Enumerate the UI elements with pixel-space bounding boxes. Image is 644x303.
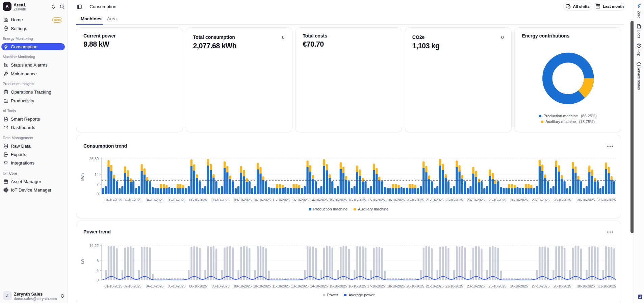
svg-text:25.39: 25.39 bbox=[89, 157, 99, 161]
svg-text:8: 8 bbox=[97, 259, 99, 263]
svg-text:02-10-2025: 02-10-2025 bbox=[124, 198, 141, 202]
svg-text:14: 14 bbox=[95, 173, 99, 177]
svg-text:28-10-2025: 28-10-2025 bbox=[553, 284, 571, 288]
svg-text:0: 0 bbox=[97, 192, 99, 196]
svg-text:23-10-2025: 23-10-2025 bbox=[467, 284, 485, 288]
svg-text:kWh: kWh bbox=[80, 173, 84, 181]
svg-text:13-10-2025: 13-10-2025 bbox=[291, 284, 309, 288]
svg-text:05-10-2025: 05-10-2025 bbox=[168, 198, 185, 202]
svg-text:22-10-2025: 22-10-2025 bbox=[445, 198, 463, 202]
svg-text:30-10-2025: 30-10-2025 bbox=[577, 198, 595, 202]
svg-text:31-10-2025: 31-10-2025 bbox=[598, 284, 616, 288]
svg-text:14.22: 14.22 bbox=[89, 244, 99, 248]
svg-text:20-10-2025: 20-10-2025 bbox=[406, 284, 424, 288]
svg-text:18-10-2025: 18-10-2025 bbox=[387, 284, 405, 288]
svg-text:25-10-2025: 25-10-2025 bbox=[489, 198, 506, 202]
svg-text:06-10-2025: 06-10-2025 bbox=[189, 284, 207, 288]
svg-text:23-10-2025: 23-10-2025 bbox=[467, 198, 485, 202]
svg-text:15-10-2025: 15-10-2025 bbox=[329, 284, 347, 288]
svg-text:21-10-2025: 21-10-2025 bbox=[426, 284, 443, 288]
svg-text:31-10-2025: 31-10-2025 bbox=[598, 198, 616, 202]
svg-text:17-10-2025: 17-10-2025 bbox=[367, 284, 385, 288]
svg-text:26-10-2025: 26-10-2025 bbox=[510, 284, 528, 288]
svg-text:05-10-2025: 05-10-2025 bbox=[168, 284, 185, 288]
svg-text:09-10-2025: 09-10-2025 bbox=[234, 198, 252, 202]
svg-text:08-10-2025: 08-10-2025 bbox=[212, 198, 229, 202]
svg-text:01-10-2025: 01-10-2025 bbox=[104, 198, 122, 202]
svg-text:30-10-2025: 30-10-2025 bbox=[577, 284, 595, 288]
svg-text:25-10-2025: 25-10-2025 bbox=[489, 284, 506, 288]
svg-text:17-10-2025: 17-10-2025 bbox=[367, 198, 385, 202]
svg-text:22-10-2025: 22-10-2025 bbox=[445, 284, 463, 288]
svg-text:14-10-2025: 14-10-2025 bbox=[310, 198, 328, 202]
svg-text:18-10-2025: 18-10-2025 bbox=[387, 198, 405, 202]
svg-text:4: 4 bbox=[97, 268, 99, 272]
svg-text:06-10-2025: 06-10-2025 bbox=[189, 198, 207, 202]
svg-text:14-10-2025: 14-10-2025 bbox=[310, 284, 328, 288]
svg-text:02-10-2025: 02-10-2025 bbox=[124, 284, 141, 288]
svg-text:21-10-2025: 21-10-2025 bbox=[426, 198, 443, 202]
svg-text:7: 7 bbox=[97, 182, 99, 186]
svg-text:15-10-2025: 15-10-2025 bbox=[329, 198, 347, 202]
svg-text:kW: kW bbox=[80, 258, 84, 264]
svg-text:08-10-2025: 08-10-2025 bbox=[212, 284, 229, 288]
svg-text:01-10-2025: 01-10-2025 bbox=[104, 284, 122, 288]
svg-text:11-10-2025: 11-10-2025 bbox=[272, 284, 290, 288]
svg-text:27-10-2025: 27-10-2025 bbox=[532, 198, 549, 202]
svg-text:28-10-2025: 28-10-2025 bbox=[553, 198, 571, 202]
svg-text:09-10-2025: 09-10-2025 bbox=[234, 284, 252, 288]
svg-text:10-10-2025: 10-10-2025 bbox=[253, 198, 271, 202]
svg-text:20-10-2025: 20-10-2025 bbox=[406, 198, 424, 202]
svg-text:16-10-2025: 16-10-2025 bbox=[348, 284, 366, 288]
svg-text:13-10-2025: 13-10-2025 bbox=[291, 198, 309, 202]
svg-text:0: 0 bbox=[97, 278, 99, 282]
svg-text:11-10-2025: 11-10-2025 bbox=[272, 198, 290, 202]
svg-text:27-10-2025: 27-10-2025 bbox=[532, 284, 549, 288]
svg-text:16-10-2025: 16-10-2025 bbox=[348, 198, 366, 202]
svg-text:26-10-2025: 26-10-2025 bbox=[510, 198, 528, 202]
svg-text:10-10-2025: 10-10-2025 bbox=[253, 284, 271, 288]
svg-text:04-10-2025: 04-10-2025 bbox=[146, 284, 163, 288]
svg-text:04-10-2025: 04-10-2025 bbox=[146, 198, 163, 202]
